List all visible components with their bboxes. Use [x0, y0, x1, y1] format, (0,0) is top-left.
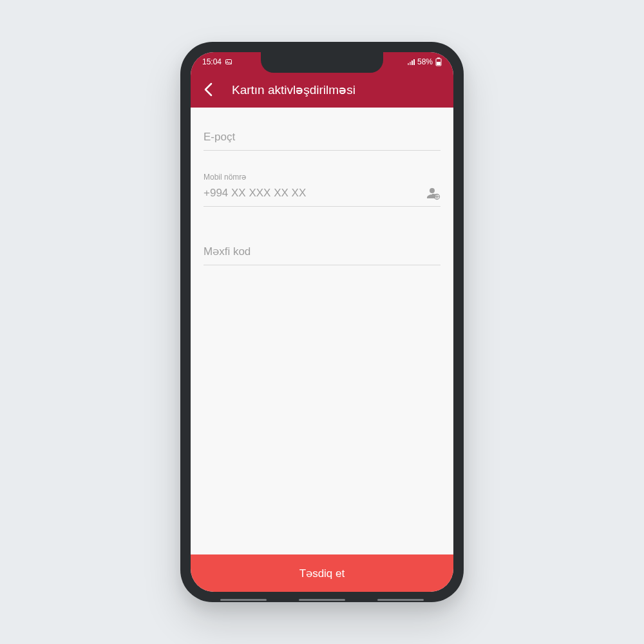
phone-input[interactable]	[204, 184, 425, 202]
confirm-button-label: Təsdiq et	[299, 567, 345, 580]
battery-icon	[435, 57, 442, 66]
phone-field-container: Mobil nömrə	[204, 173, 440, 207]
svg-rect-3	[437, 58, 440, 59]
phone-notch	[261, 52, 383, 73]
status-bar-left: 15:04	[202, 57, 232, 66]
chevron-left-icon	[204, 82, 213, 97]
status-battery-text: 58%	[417, 57, 433, 66]
email-input[interactable]	[204, 128, 440, 146]
picture-icon	[225, 58, 232, 66]
nav-indicator	[377, 599, 424, 601]
phone-field-label: Mobil nömrə	[204, 173, 440, 182]
status-bar-right: 58%	[408, 57, 442, 66]
nav-indicator	[220, 599, 267, 601]
signal-icon	[408, 59, 415, 65]
app-bar: Kartın aktivləşdirilməsi	[191, 71, 453, 108]
device-nav-indicators	[220, 599, 424, 601]
phone-device-frame: 15:04 58%	[180, 42, 464, 602]
email-field-container	[204, 128, 440, 151]
phone-screen: 15:04 58%	[191, 52, 453, 592]
secret-code-field-container	[204, 243, 440, 265]
status-time: 15:04	[202, 57, 222, 66]
confirm-button[interactable]: Təsdiq et	[191, 554, 453, 592]
back-button[interactable]	[200, 81, 216, 98]
secret-code-input[interactable]	[204, 243, 440, 261]
nav-indicator	[299, 599, 345, 601]
svg-rect-4	[437, 62, 440, 65]
page-title: Kartın aktivləşdirilməsi	[232, 82, 444, 97]
add-contact-icon[interactable]	[425, 185, 440, 201]
form-content: Mobil nömrə	[191, 108, 453, 554]
